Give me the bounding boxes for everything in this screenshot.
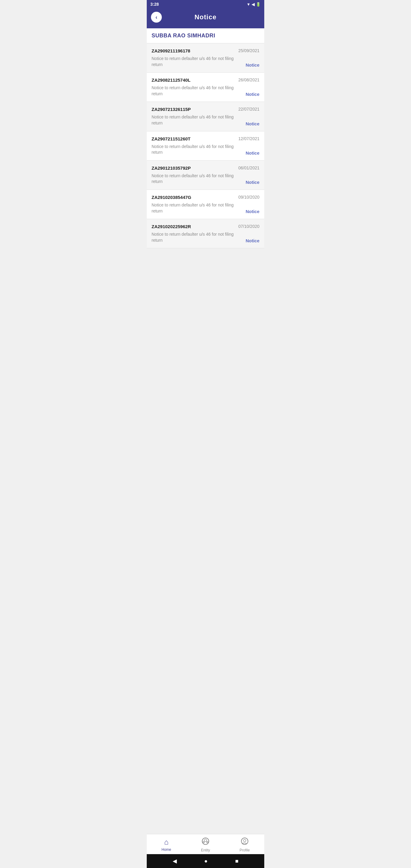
notice-list: ZA2909211196178 25/09/2021 Notice to ret… bbox=[147, 43, 264, 248]
notice-date: 07/10/2020 bbox=[238, 224, 259, 229]
notice-id: ZA291020225962R bbox=[152, 224, 191, 229]
nav-label-home: Home bbox=[161, 847, 171, 852]
notice-date: 22/07/2021 bbox=[238, 107, 259, 112]
notice-link[interactable]: Notice bbox=[246, 180, 259, 185]
header: ‹ Notice bbox=[147, 8, 264, 28]
notice-date: 12/07/2021 bbox=[238, 136, 259, 141]
status-bar: 3:28 ▼ ◀ 🔋 bbox=[147, 0, 264, 8]
android-home-icon[interactable]: ● bbox=[204, 858, 208, 864]
nav-item-home[interactable]: ⌂ Home bbox=[156, 838, 177, 852]
notice-id: ZA2909211196178 bbox=[152, 48, 190, 53]
svg-point-2 bbox=[203, 841, 204, 843]
notice-date: 06/01/2021 bbox=[238, 165, 259, 170]
notice-description: Notice to return defaulter u/s 46 for no… bbox=[152, 56, 246, 67]
wifi-icon: ▼ bbox=[247, 2, 250, 7]
nav-item-entity[interactable]: Entity bbox=[195, 837, 216, 852]
notice-item[interactable]: ZA290721151260T 12/07/2021 Notice to ret… bbox=[147, 131, 264, 161]
svg-point-3 bbox=[207, 841, 208, 843]
notice-item[interactable]: ZA291020225962R 07/10/2020 Notice to ret… bbox=[147, 219, 264, 248]
notice-item[interactable]: ZA290721326115P 22/07/2021 Notice to ret… bbox=[147, 102, 264, 131]
home-icon: ⌂ bbox=[164, 838, 169, 846]
notice-link[interactable]: Notice bbox=[246, 92, 259, 97]
battery-icon: 🔋 bbox=[256, 2, 261, 7]
notice-id: ZA291020385447G bbox=[152, 195, 191, 200]
notice-id: ZA290821125740L bbox=[152, 78, 190, 83]
notice-item[interactable]: ZA2909211196178 25/09/2021 Notice to ret… bbox=[147, 43, 264, 73]
notice-date: 09/10/2020 bbox=[238, 195, 259, 199]
user-name: SUBBA RAO SIMHADRI bbox=[147, 28, 264, 43]
notice-description: Notice to return defaulter u/s 46 for no… bbox=[152, 85, 246, 97]
content-area: SUBBA RAO SIMHADRI ZA2909211196178 25/09… bbox=[147, 28, 264, 834]
entity-icon bbox=[201, 837, 210, 847]
profile-icon bbox=[241, 837, 249, 847]
back-arrow-icon: ‹ bbox=[156, 14, 157, 20]
notice-link[interactable]: Notice bbox=[246, 209, 259, 214]
notice-link[interactable]: Notice bbox=[246, 150, 259, 156]
notice-id: ZA290721151260T bbox=[152, 136, 190, 141]
nav-label-profile: Profile bbox=[240, 848, 250, 852]
notice-link[interactable]: Notice bbox=[246, 121, 259, 126]
android-back-icon[interactable]: ◀ bbox=[173, 858, 177, 864]
notice-item[interactable]: ZA290821125740L 26/08/2021 Notice to ret… bbox=[147, 73, 264, 102]
notice-id: ZA290721326115P bbox=[152, 107, 191, 112]
svg-point-1 bbox=[204, 839, 207, 841]
back-button[interactable]: ‹ bbox=[151, 12, 162, 23]
signal-icon: ◀ bbox=[252, 2, 255, 7]
nav-item-profile[interactable]: Profile bbox=[234, 837, 255, 852]
status-icons: ▼ ◀ 🔋 bbox=[247, 2, 261, 7]
notice-description: Notice to return defaulter u/s 46 for no… bbox=[152, 173, 246, 185]
notice-link[interactable]: Notice bbox=[246, 62, 259, 67]
notice-description: Notice to return defaulter u/s 46 for no… bbox=[152, 202, 246, 214]
svg-point-5 bbox=[244, 839, 246, 842]
android-nav: ◀ ● ■ bbox=[147, 854, 264, 868]
notice-date: 26/08/2021 bbox=[238, 78, 259, 82]
notice-description: Notice to return defaulter u/s 46 for no… bbox=[152, 231, 246, 243]
notice-id: ZA290121035792P bbox=[152, 165, 191, 170]
bottom-nav: ⌂ Home Entity Profile bbox=[147, 834, 264, 854]
notice-description: Notice to return defaulter u/s 46 for no… bbox=[152, 144, 246, 156]
page-title: Notice bbox=[194, 13, 216, 21]
status-time: 3:28 bbox=[150, 2, 159, 7]
notice-item[interactable]: ZA290121035792P 06/01/2021 Notice to ret… bbox=[147, 161, 264, 190]
android-recents-icon[interactable]: ■ bbox=[235, 858, 238, 864]
notice-date: 25/09/2021 bbox=[238, 48, 259, 53]
notice-item[interactable]: ZA291020385447G 09/10/2020 Notice to ret… bbox=[147, 190, 264, 219]
notice-description: Notice to return defaulter u/s 46 for no… bbox=[152, 114, 246, 126]
nav-label-entity: Entity bbox=[201, 848, 210, 852]
notice-link[interactable]: Notice bbox=[246, 238, 259, 243]
